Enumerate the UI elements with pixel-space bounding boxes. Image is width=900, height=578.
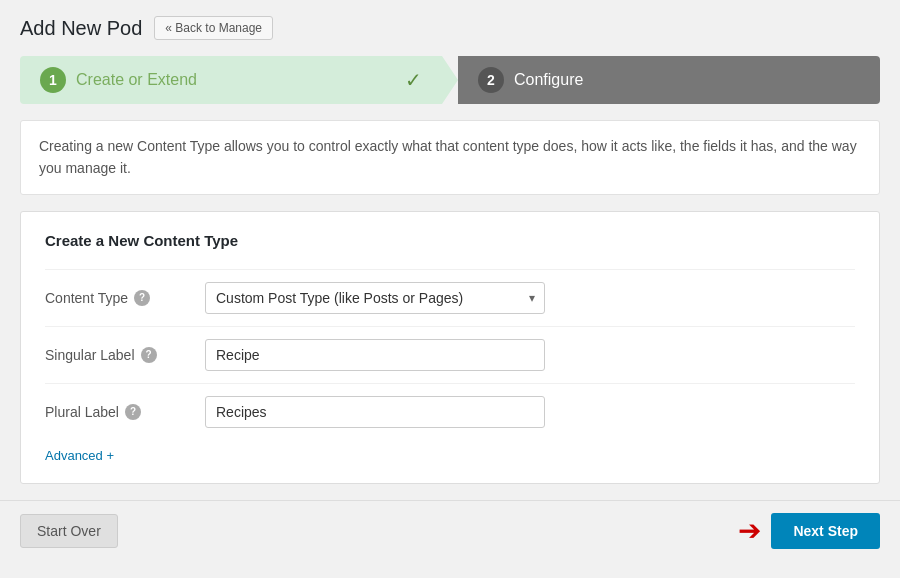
plural-label-row: Plural Label ?	[45, 383, 855, 440]
step-2-label: Configure	[514, 71, 583, 89]
singular-label-label: Singular Label ?	[45, 347, 205, 363]
next-step-wrapper: ➔ Next Step	[738, 513, 880, 549]
description-text: Creating a new Content Type allows you t…	[39, 135, 861, 180]
start-over-button[interactable]: Start Over	[20, 514, 118, 548]
step-2-number: 2	[478, 67, 504, 93]
next-step-button[interactable]: Next Step	[771, 513, 880, 549]
next-step-arrow-icon: ➔	[738, 514, 761, 547]
step-1-check-icon: ✓	[405, 68, 422, 92]
singular-label-control	[205, 339, 855, 371]
step-2: 2 Configure	[458, 56, 880, 104]
step-1: 1 Create or Extend ✓	[20, 56, 442, 104]
plural-label-label: Plural Label ?	[45, 404, 205, 420]
back-to-manage-button[interactable]: « Back to Manage	[154, 16, 273, 40]
steps-bar: 1 Create or Extend ✓ 2 Configure	[20, 56, 880, 104]
step-1-number: 1	[40, 67, 66, 93]
footer-bar: Start Over ➔ Next Step	[0, 500, 900, 561]
singular-label-row: Singular Label ?	[45, 326, 855, 383]
plural-label-help-icon[interactable]: ?	[125, 404, 141, 420]
page-header: Add New Pod « Back to Manage	[20, 16, 880, 40]
plural-label-control	[205, 396, 855, 428]
content-type-select-wrapper: Custom Post Type (like Posts or Pages) T…	[205, 282, 545, 314]
form-title: Create a New Content Type	[45, 232, 855, 249]
singular-label-help-icon[interactable]: ?	[141, 347, 157, 363]
singular-label-input[interactable]	[205, 339, 545, 371]
step-1-label: Create or Extend	[76, 71, 197, 89]
page-title: Add New Pod	[20, 17, 142, 40]
form-box: Create a New Content Type Content Type ?…	[20, 211, 880, 484]
content-type-help-icon[interactable]: ?	[134, 290, 150, 306]
content-type-row: Content Type ? Custom Post Type (like Po…	[45, 269, 855, 326]
content-type-control: Custom Post Type (like Posts or Pages) T…	[205, 282, 855, 314]
step-arrow-divider	[442, 56, 458, 104]
plural-label-input[interactable]	[205, 396, 545, 428]
content-type-label: Content Type ?	[45, 290, 205, 306]
page-wrapper: Add New Pod « Back to Manage 1 Create or…	[0, 0, 900, 577]
description-box: Creating a new Content Type allows you t…	[20, 120, 880, 195]
advanced-link[interactable]: Advanced +	[45, 448, 114, 463]
content-type-select[interactable]: Custom Post Type (like Posts or Pages) T…	[205, 282, 545, 314]
